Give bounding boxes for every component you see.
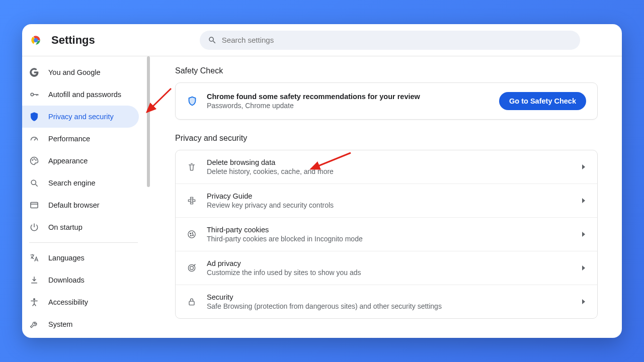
svg-point-16 xyxy=(192,233,193,234)
sidebar-item-system[interactable]: System xyxy=(22,313,139,335)
shield-icon xyxy=(187,96,198,107)
power-icon xyxy=(29,222,39,232)
svg-point-7 xyxy=(31,180,36,185)
sidebar-item-performance[interactable]: Performance xyxy=(22,128,139,150)
scrollbar-thumb[interactable] xyxy=(147,56,150,187)
search-icon xyxy=(29,178,39,188)
key-icon xyxy=(29,89,39,100)
sidebar-item-downloads[interactable]: Downloads xyxy=(22,269,139,291)
translate-icon xyxy=(29,253,39,263)
guide-icon xyxy=(187,196,197,206)
list-item-title: Ad privacy xyxy=(207,259,572,267)
sidebar-item-languages[interactable]: Languages xyxy=(22,247,139,269)
search-settings[interactable] xyxy=(200,31,580,50)
sidebar-item-label: System xyxy=(48,320,72,328)
chevron-right-icon xyxy=(582,164,586,169)
accessibility-icon xyxy=(29,297,39,307)
shield-icon xyxy=(29,112,39,122)
chevron-right-icon xyxy=(582,198,586,203)
page-title: Settings xyxy=(51,34,95,47)
google-icon xyxy=(29,67,39,77)
safety-check-title: Chrome found some safety recommendations… xyxy=(207,93,499,101)
sidebar: You and GoogleAutofill and passwordsPriv… xyxy=(22,56,147,338)
sidebar-item-label: Default browser xyxy=(48,201,100,209)
privacy-item-delete-browsing-data[interactable]: Delete browsing dataDelete history, cook… xyxy=(176,150,597,184)
trash-icon xyxy=(187,162,197,172)
list-item-subtitle: Third-party cookies are blocked in Incog… xyxy=(207,235,572,243)
sidebar-item-label: On startup xyxy=(48,223,83,231)
body: You and GoogleAutofill and passwordsPriv… xyxy=(22,56,622,338)
safety-check-subtitle: Passwords, Chrome update xyxy=(207,102,499,110)
privacy-security-list: Delete browsing dataDelete history, cook… xyxy=(175,150,598,319)
svg-point-18 xyxy=(191,235,192,236)
list-item-title: Delete browsing data xyxy=(207,158,572,166)
download-icon xyxy=(29,275,39,285)
chevron-right-icon xyxy=(582,265,586,270)
chrome-logo-icon xyxy=(29,34,42,47)
svg-point-5 xyxy=(34,158,35,159)
list-item-subtitle: Delete history, cookies, cache, and more xyxy=(207,167,572,175)
target-icon xyxy=(187,263,197,273)
cookie-icon xyxy=(187,229,197,239)
svg-point-9 xyxy=(33,299,35,300)
sidebar-item-label: Autofill and passwords xyxy=(48,90,121,99)
browser-icon xyxy=(29,200,39,210)
svg-rect-8 xyxy=(31,203,38,208)
main-content: Safety Check Chrome found some safety re… xyxy=(147,56,622,338)
sidebar-item-label: Accessibility xyxy=(48,298,88,306)
svg-point-14 xyxy=(188,231,195,238)
safety-check-heading: Safety Check xyxy=(175,66,598,75)
sidebar-item-label: Privacy and security xyxy=(48,113,114,121)
privacy-item-ad-privacy[interactable]: Ad privacyCustomize the info used by sit… xyxy=(176,251,597,285)
list-item-subtitle: Safe Browsing (protection from dangerous… xyxy=(207,302,572,310)
settings-window: Settings You and GoogleAutofill and pass… xyxy=(22,24,622,338)
list-item-title: Security xyxy=(207,293,572,301)
sidebar-item-accessibility[interactable]: Accessibility xyxy=(22,291,139,313)
palette-icon xyxy=(29,156,39,166)
sidebar-item-label: Performance xyxy=(48,135,90,143)
sidebar-item-label: Downloads xyxy=(48,276,85,284)
svg-point-6 xyxy=(35,159,36,160)
svg-point-17 xyxy=(193,235,194,236)
search-input[interactable] xyxy=(222,36,572,44)
sidebar-divider xyxy=(29,242,138,243)
wrench-icon xyxy=(29,319,39,329)
svg-point-15 xyxy=(190,233,191,234)
svg-rect-21 xyxy=(189,301,194,305)
list-item-subtitle: Customize the info used by sites to show… xyxy=(207,268,572,277)
header: Settings xyxy=(22,24,622,56)
sidebar-item-autofill-and-passwords[interactable]: Autofill and passwords xyxy=(22,83,139,106)
chevron-right-icon xyxy=(582,232,586,237)
list-item-subtitle: Review key privacy and security controls xyxy=(207,201,572,209)
sidebar-item-privacy-and-security[interactable]: Privacy and security xyxy=(22,106,139,128)
privacy-item-privacy-guide[interactable]: Privacy GuideReview key privacy and secu… xyxy=(176,184,597,217)
go-to-safety-check-button[interactable]: Go to Safety Check xyxy=(499,92,586,110)
search-icon xyxy=(208,36,217,45)
sidebar-item-label: Appearance xyxy=(48,157,88,165)
sidebar-item-search-engine[interactable]: Search engine xyxy=(22,172,139,194)
privacy-item-third-party-cookies[interactable]: Third-party cookiesThird-party cookies a… xyxy=(176,217,597,251)
svg-point-20 xyxy=(190,266,194,270)
sidebar-item-label: You and Google xyxy=(48,68,100,76)
list-item-title: Privacy Guide xyxy=(207,192,572,200)
sidebar-item-on-startup[interactable]: On startup xyxy=(22,216,139,238)
safety-check-card: Chrome found some safety recommendations… xyxy=(175,82,598,120)
sidebar-item-appearance[interactable]: Appearance xyxy=(22,150,139,172)
sidebar-item-you-and-google[interactable]: You and Google xyxy=(22,61,139,83)
privacy-security-heading: Privacy and security xyxy=(175,134,598,143)
list-item-title: Third-party cookies xyxy=(207,226,572,234)
sidebar-item-label: Languages xyxy=(48,254,85,262)
privacy-item-security[interactable]: SecuritySafe Browsing (protection from d… xyxy=(176,285,597,318)
svg-point-4 xyxy=(32,159,33,160)
lock-icon xyxy=(187,297,197,307)
chevron-right-icon xyxy=(582,299,586,304)
speed-icon xyxy=(29,134,39,144)
sidebar-item-default-browser[interactable]: Default browser xyxy=(22,194,139,216)
sidebar-item-label: Search engine xyxy=(48,179,96,187)
